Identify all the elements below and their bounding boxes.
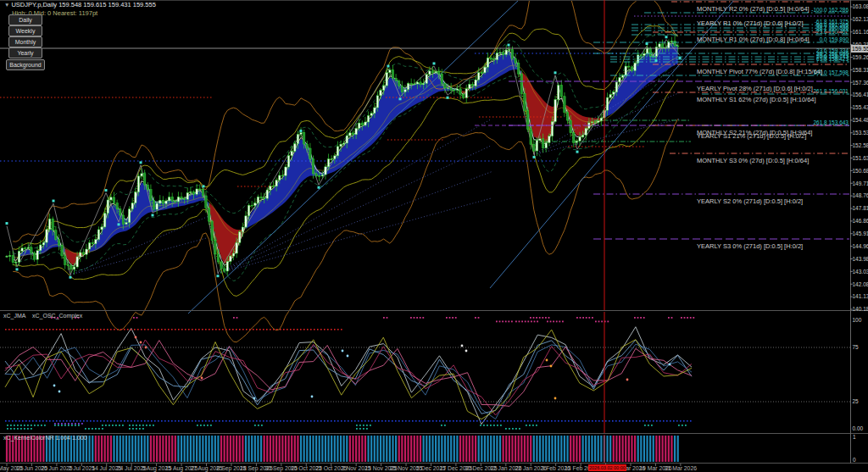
kernel-bar xyxy=(518,436,520,462)
kernel-bar xyxy=(89,436,91,462)
osc-red-dot-row xyxy=(12,329,14,330)
kernel-bar xyxy=(490,436,492,462)
osc-blue-dot-row xyxy=(534,420,536,422)
kernel-bar xyxy=(520,436,522,462)
osc-signal-dot xyxy=(446,317,448,319)
osc-blue-dot-row xyxy=(646,420,648,422)
osc-red-dot-row xyxy=(273,329,275,330)
swing-marker xyxy=(217,275,220,277)
osc-blue-dot-row xyxy=(446,420,448,422)
osc-blue-dot-row xyxy=(154,420,156,422)
osc-signal-dot xyxy=(511,321,513,323)
osc-blue-dot-row xyxy=(36,420,37,422)
osc-red-dot-row xyxy=(141,329,142,330)
price-tick-label: 149.710 xyxy=(853,180,868,186)
osc-blue-dot-row xyxy=(324,420,326,422)
osc-signal-dot xyxy=(532,425,534,426)
pivot-level-label: MONTHLY S3 0% (27d) [D:0.5] [H:0/64] xyxy=(697,157,809,164)
osc-signal-dot xyxy=(122,425,124,426)
osc-red-dot-row xyxy=(144,329,146,330)
osc-signal-dot xyxy=(499,321,501,323)
kernel-bar xyxy=(137,436,139,462)
osc-red-dot-row xyxy=(25,329,27,330)
osc-scale-label: 0.00 xyxy=(853,425,864,431)
osc-blue-dot-row xyxy=(70,420,71,422)
kernel-bar xyxy=(346,436,348,462)
price-tick-label: 155.435 xyxy=(853,104,868,110)
kernel-bar xyxy=(505,436,507,462)
fib-level-label: -100.0 162.286 xyxy=(811,7,849,13)
osc-signal-dot xyxy=(414,317,415,319)
osc-signal-dot xyxy=(536,317,537,319)
osc-signal-dot xyxy=(41,425,42,426)
kernel-bar xyxy=(349,436,351,462)
kernel-bar xyxy=(364,436,366,462)
kernel-bar xyxy=(192,436,194,462)
swing-marker xyxy=(6,222,8,225)
kernel-bar xyxy=(281,436,283,462)
oscillator-panel[interactable]: 10075250.00 xyxy=(0,317,864,431)
osc-blue-dot-row xyxy=(151,420,153,422)
daily-button[interactable]: Daily xyxy=(8,14,42,25)
osc-signal-dot xyxy=(133,317,135,319)
osc-red-dot-row xyxy=(253,329,254,330)
osc-red-dot-row xyxy=(110,329,112,330)
osc-indicator-2: xC_OSC_Complex xyxy=(32,313,82,319)
kernel-bar xyxy=(566,436,568,462)
price-tick-label: 159.260 xyxy=(853,54,868,60)
osc-signal-dot xyxy=(637,317,639,319)
osc-signal-dot xyxy=(493,425,495,426)
osc-blue-dot-row xyxy=(358,420,359,422)
osc-blue-dot-row xyxy=(398,420,400,422)
osc-signal-dot xyxy=(10,425,12,426)
weekly-button[interactable]: Weekly xyxy=(8,25,42,36)
kernel-bar xyxy=(337,436,338,462)
osc-red-dot-row xyxy=(5,329,7,330)
kernel-bar xyxy=(251,436,253,462)
kernel-bar xyxy=(407,436,409,462)
osc-blue-dot-row xyxy=(110,420,112,422)
osc-blue-dot-row xyxy=(497,420,498,422)
osc-blue-dot-row xyxy=(588,420,590,422)
osc-red-dot-row xyxy=(263,329,264,330)
osc-signal-dot xyxy=(14,425,15,426)
osc-signal-dot xyxy=(537,321,538,323)
kernel-bar xyxy=(560,436,562,462)
osc-signal-dot xyxy=(7,428,8,430)
kernel-bar xyxy=(242,436,243,462)
background-button[interactable]: Background xyxy=(6,59,45,70)
osc-signal-dot xyxy=(81,423,83,425)
osc-signal-dot xyxy=(685,425,687,426)
osc-signal-dot xyxy=(684,317,686,319)
osc-indicator-1: xC_JMA xyxy=(3,313,25,319)
osc-blue-dot-row xyxy=(615,420,617,422)
osc-red-dot-row xyxy=(331,329,332,330)
osc-blue-dot-row xyxy=(225,420,227,422)
osc-red-dot-row xyxy=(29,329,31,330)
kernel-bar xyxy=(533,436,535,462)
osc-red-dot-row xyxy=(283,329,285,330)
chart-canvas[interactable]: -100.0 162.286-61.8 161.375-50.0 161.105… xyxy=(0,0,868,472)
symbol-dropdown-icon[interactable]: ▼ xyxy=(4,2,9,8)
kernel-bars-panel[interactable]: 10 xyxy=(6,434,856,463)
osc-blue-dot-row xyxy=(320,420,322,422)
mt4-chart-window: -100.0 162.286-61.8 161.375-50.0 161.105… xyxy=(0,0,868,472)
kernel-bar xyxy=(297,436,298,462)
osc-red-dot-row xyxy=(171,329,173,330)
osc-signal-dot xyxy=(651,425,653,426)
osc-red-dot-row xyxy=(307,329,309,330)
yearly-button[interactable]: Yearly xyxy=(8,47,42,58)
osc-blue-dot-row xyxy=(242,420,244,422)
osc-blue-dot-row xyxy=(59,420,61,422)
main-chart-panel[interactable]: -100.0 162.286-61.8 161.375-50.0 161.105… xyxy=(0,0,850,342)
osc-blue-dot-row xyxy=(290,420,292,422)
osc-line-marker xyxy=(135,336,137,339)
kernel-bar xyxy=(481,436,482,462)
monthly-button[interactable]: Monthly xyxy=(8,36,42,47)
price-tick-label: 157.360 xyxy=(853,80,868,86)
swing-marker xyxy=(16,268,19,270)
osc-signal-dot xyxy=(449,317,451,319)
osc-blue-dot-row xyxy=(307,420,309,422)
osc-signal-dot xyxy=(58,423,59,425)
osc-blue-dot-row xyxy=(314,420,315,422)
